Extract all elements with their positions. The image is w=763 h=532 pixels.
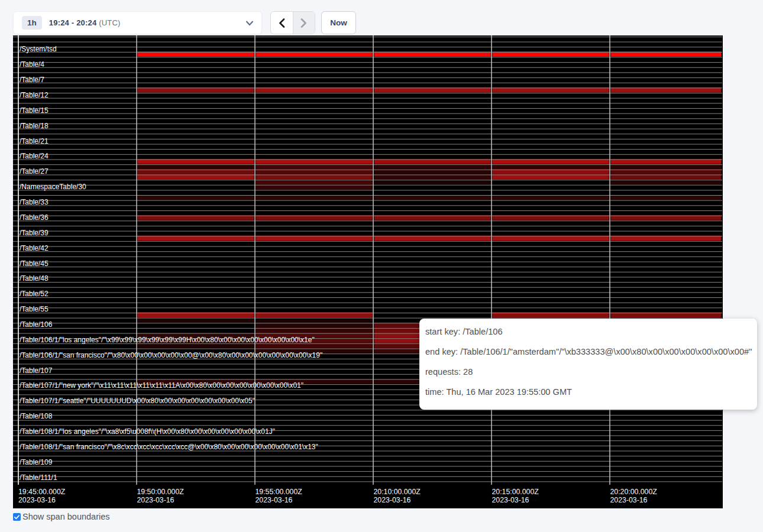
svg-text:/Table/55: /Table/55	[20, 305, 49, 313]
svg-text:/Table/52: /Table/52	[20, 290, 49, 298]
svg-text:/Table/18: /Table/18	[20, 122, 49, 130]
svg-text:19:50:00.000Z: 19:50:00.000Z	[137, 488, 185, 496]
svg-text:/Table/106/1/"los angeles"/"\x: /Table/106/1/"los angeles"/"\x99\x99\x99…	[20, 336, 315, 344]
svg-text:20:10:00.000Z: 20:10:00.000Z	[374, 488, 421, 496]
svg-text:/System/tsd: /System/tsd	[20, 45, 57, 53]
svg-text:2023-03-16: 2023-03-16	[374, 496, 411, 504]
svg-text:/Table/12: /Table/12	[20, 91, 49, 99]
svg-text:/Table/45: /Table/45	[20, 259, 49, 268]
svg-text:/Table/33: /Table/33	[20, 198, 49, 206]
svg-text:2023-03-16: 2023-03-16	[256, 496, 293, 504]
svg-text:2023-03-16: 2023-03-16	[18, 496, 56, 504]
svg-text:/Table/21: /Table/21	[20, 137, 49, 145]
svg-text:/Table/24: /Table/24	[20, 152, 49, 160]
svg-text:/Table/109: /Table/109	[20, 458, 53, 466]
svg-text:/Table/36: /Table/36	[20, 213, 49, 222]
svg-text:/Table/108/1/"los angeles"/"\x: /Table/108/1/"los angeles"/"\xa8\xf5\u00…	[20, 427, 275, 436]
svg-text:19:45:00.000Z: 19:45:00.000Z	[18, 488, 66, 496]
svg-text:/Table/27: /Table/27	[20, 167, 49, 176]
svg-text:/Table/107/1/"new york"/"\x11\: /Table/107/1/"new york"/"\x11\x11\x11\x1…	[20, 381, 303, 390]
svg-text:/Table/111/1: /Table/111/1	[20, 473, 57, 482]
svg-text:/Table/39: /Table/39	[20, 229, 49, 237]
svg-text:/Table/108: /Table/108	[20, 412, 53, 420]
svg-text:2023-03-16: 2023-03-16	[492, 496, 529, 504]
svg-text:/Table/48: /Table/48	[20, 274, 49, 283]
svg-text:/Table/7: /Table/7	[20, 76, 44, 84]
svg-text:/Table/106/1/"san francisco"/": /Table/106/1/"san francisco"/"\x80\x00\x…	[20, 351, 322, 359]
svg-text:/Table/106: /Table/106	[20, 320, 53, 329]
svg-text:/Table/107: /Table/107	[20, 366, 53, 375]
svg-text:2023-03-16: 2023-03-16	[610, 496, 648, 504]
svg-text:2023-03-16: 2023-03-16	[137, 496, 174, 504]
svg-text:/Table/15: /Table/15	[20, 106, 49, 115]
svg-text:/Table/4: /Table/4	[20, 60, 44, 69]
svg-text:/Table/107/1/"seattle"/"UUUUUU: /Table/107/1/"seattle"/"UUUUUUUD\x00\x80…	[20, 397, 255, 405]
svg-text:/NamespaceTable/30: /NamespaceTable/30	[20, 183, 86, 191]
svg-text:19:55:00.000Z: 19:55:00.000Z	[256, 488, 303, 496]
svg-text:/Table/108/1/"san francisco"/": /Table/108/1/"san francisco"/"\x8c\xcc\x…	[20, 443, 318, 451]
svg-text:20:15:00.000Z: 20:15:00.000Z	[492, 488, 539, 496]
svg-text:/Table/42: /Table/42	[20, 244, 49, 252]
svg-text:20:20:00.000Z: 20:20:00.000Z	[610, 488, 658, 496]
